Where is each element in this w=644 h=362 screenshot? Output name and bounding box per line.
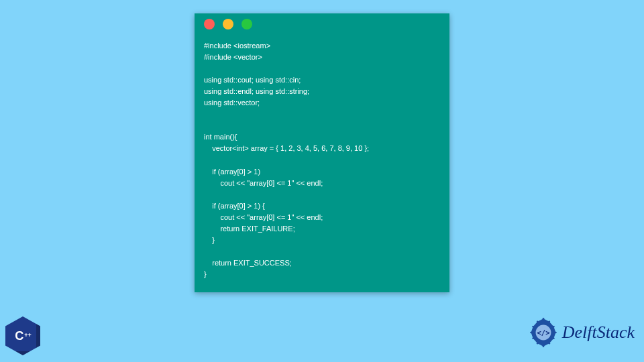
code-line: cout << "array[0] <= 1" << endl;	[204, 179, 323, 187]
code-line: #include <vector>	[204, 53, 262, 61]
svg-point-6	[555, 332, 557, 334]
svg-point-9	[542, 345, 544, 347]
code-line: }	[204, 236, 215, 244]
code-line: cout << "array[0] <= 1" << endl;	[204, 213, 323, 221]
code-line: return EXIT_FAILURE;	[204, 225, 295, 233]
cpp-hexagon-icon: C++	[5, 316, 40, 355]
close-icon[interactable]	[204, 19, 215, 29]
svg-text:</>: </>	[537, 328, 549, 337]
code-window: #include <iostream> #include <vector> us…	[195, 13, 449, 292]
maximize-icon[interactable]	[241, 19, 252, 29]
window-titlebar	[195, 13, 449, 35]
svg-point-13	[532, 326, 534, 328]
code-line: return EXIT_SUCCESS;	[204, 259, 292, 267]
svg-point-5	[553, 326, 555, 328]
cpp-letter: C	[15, 329, 23, 343]
code-line: if (array[0] > 1) {	[204, 202, 265, 210]
minimize-icon[interactable]	[223, 19, 233, 29]
code-line: if (array[0] > 1)	[204, 168, 260, 176]
svg-point-4	[548, 320, 550, 322]
code-line: using std::vector;	[204, 99, 260, 107]
svg-point-7	[553, 337, 555, 339]
code-block: #include <iostream> #include <vector> us…	[195, 35, 449, 292]
svg-point-14	[537, 320, 539, 322]
code-line: vector<int> array = { 1, 2, 3, 4, 5, 6, …	[204, 144, 369, 152]
delftstack-badge-icon: </>	[529, 318, 558, 347]
code-line: #include <iostream>	[204, 42, 270, 50]
code-line: }	[204, 270, 207, 278]
svg-point-8	[548, 343, 550, 345]
code-line: using std::endl; using std::string;	[204, 87, 309, 95]
cpp-logo: C++	[5, 316, 46, 357]
code-line: int main(){	[204, 133, 237, 141]
code-line: using std::cout; using std::cin;	[204, 76, 301, 84]
svg-point-3	[542, 318, 544, 320]
delftstack-logo: </> DelftStack	[529, 318, 635, 347]
svg-point-11	[532, 337, 534, 339]
svg-point-12	[530, 332, 532, 334]
delftstack-name: DelftStack	[562, 322, 635, 343]
cpp-plus: ++	[24, 332, 32, 339]
svg-point-10	[537, 343, 539, 345]
